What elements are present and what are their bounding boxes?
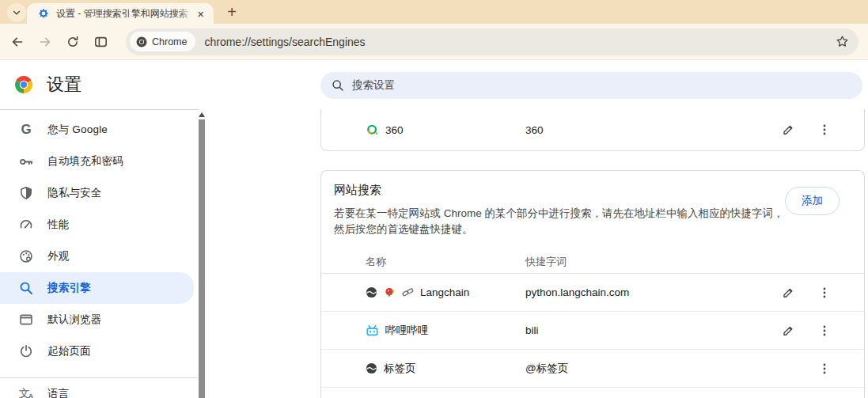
engine-shortcut: 360	[525, 124, 761, 136]
edit-button[interactable]	[779, 120, 798, 139]
tab-search-button[interactable]	[7, 3, 26, 22]
table-row: Langchain python.langchain.com	[321, 274, 864, 312]
parrot-icon	[384, 286, 396, 298]
power-icon	[18, 343, 34, 359]
pencil-icon	[782, 123, 794, 136]
sidebar-item-startup[interactable]: 起始页面	[0, 335, 198, 367]
edit-button[interactable]	[779, 283, 798, 302]
engine-name: 360	[385, 124, 404, 136]
settings-search-input[interactable]: 搜索设置	[320, 72, 862, 99]
sidebar-item-languages[interactable]: 文A 语言	[0, 378, 198, 398]
new-tab-button[interactable]: +	[222, 2, 242, 23]
site-name: 标签页	[384, 362, 416, 376]
back-arrow-icon	[11, 36, 24, 48]
column-shortcut: 快捷字词	[525, 255, 761, 269]
settings-header: 设置 搜索设置	[0, 60, 868, 109]
more-actions-button[interactable]	[815, 359, 834, 378]
engine-row-360: 360 360	[321, 109, 864, 150]
site-search-card: 网站搜索 若要在某一特定网站或 Chrome 的某个部分中进行搜索，请先在地址栏…	[320, 170, 865, 398]
sidebar-item-performance[interactable]: 性能	[0, 209, 198, 241]
table-row: 哔哩哔哩 bili	[321, 312, 864, 350]
pencil-icon	[782, 324, 794, 337]
sidebar-item-search-engine[interactable]: 搜索引擎	[0, 272, 194, 304]
globe-icon	[366, 362, 377, 374]
reload-button[interactable]	[60, 29, 85, 55]
back-button[interactable]	[5, 29, 30, 55]
edit-placeholder	[779, 359, 798, 378]
palette-icon	[18, 248, 34, 264]
globe-icon	[366, 286, 377, 298]
tab-strip: 设置 - 管理搜索引擎和网站搜索 × +	[0, 0, 868, 24]
site-shortcut: bili	[525, 324, 761, 336]
search-engines-card: 360 360	[320, 109, 865, 151]
sidebar-scrollbar[interactable]	[198, 109, 207, 398]
chain-icon	[402, 286, 414, 298]
google-g-icon: G	[18, 122, 34, 138]
bookmark-star-icon[interactable]	[836, 35, 849, 48]
bilibili-icon	[366, 324, 379, 337]
gear-icon	[38, 8, 49, 19]
more-actions-button[interactable]	[815, 321, 834, 340]
column-name: 名称	[366, 255, 525, 269]
sidebar-item-autofill[interactable]: 自动填充和密码	[0, 146, 198, 177]
kebab-menu-icon	[818, 362, 831, 375]
search-placeholder: 搜索设置	[352, 78, 395, 93]
section-description: 若要在某一特定网站或 Chrome 的某个部分中进行搜索，请先在地址栏中输入相应…	[334, 206, 789, 237]
sidebar-item-privacy[interactable]: 隐私与安全	[0, 177, 198, 209]
site-shortcut: python.langchain.com	[525, 286, 761, 298]
more-actions-button[interactable]	[815, 120, 834, 139]
page-title: 设置	[47, 73, 81, 97]
sidebar-item-you-and-google[interactable]: G 您与 Google	[0, 114, 198, 146]
kebab-menu-icon	[818, 286, 831, 299]
kebab-menu-icon	[818, 123, 831, 136]
side-panel-button[interactable]	[88, 29, 113, 55]
forward-button[interactable]	[32, 29, 58, 55]
chrome-chip[interactable]: Chrome	[130, 32, 195, 51]
browser-toolbar: Chrome chrome://settings/searchEngines	[0, 24, 868, 60]
kebab-menu-icon	[818, 324, 831, 337]
table-header: 名称 快捷字词	[321, 250, 864, 274]
forward-arrow-icon	[39, 36, 51, 48]
content-area: G 您与 Google 自动填充和密码 隐私与安全 性能 外观	[0, 109, 868, 398]
scrollbar-thumb[interactable]	[199, 119, 205, 398]
pencil-icon	[782, 286, 794, 299]
sidebar: G 您与 Google 自动填充和密码 隐私与安全 性能 外观	[0, 109, 198, 398]
search-engine-icon	[18, 280, 34, 296]
url-text[interactable]: chrome://settings/searchEngines	[204, 36, 836, 48]
reload-icon	[66, 36, 79, 48]
chevron-down-icon	[12, 8, 21, 17]
sidebar-item-appearance[interactable]: 外观	[0, 241, 198, 272]
site-shortcut: @标签页	[525, 362, 761, 376]
scrollbar-up-arrow-icon[interactable]	[199, 112, 205, 117]
shield-icon	[18, 185, 34, 201]
split-view-icon	[94, 36, 108, 48]
speedometer-icon	[18, 217, 34, 233]
edit-button[interactable]	[779, 321, 798, 340]
tab-title: 设置 - 管理搜索引擎和网站搜索	[56, 7, 194, 21]
site-name: Langchain	[420, 286, 469, 298]
search-icon	[332, 79, 344, 92]
chrome-mono-icon	[136, 36, 147, 47]
browser-window-icon	[18, 312, 34, 328]
table-row: 标签页 @标签页	[321, 350, 864, 388]
site-name: 哔哩哔哩	[385, 324, 428, 338]
sidebar-item-default-browser[interactable]: 默认浏览器	[0, 304, 198, 335]
add-button[interactable]: 添加	[785, 187, 840, 215]
main-panel: 360 360 网站搜索 若要在某一特定网站或 Chrome 的某个部分中进行搜…	[207, 109, 868, 398]
more-actions-button[interactable]	[815, 283, 834, 302]
key-icon	[18, 154, 34, 169]
omnibox[interactable]: Chrome chrome://settings/searchEngines	[126, 28, 859, 55]
section-title: 网站搜索	[334, 183, 851, 198]
tab-close-icon[interactable]: ×	[194, 7, 207, 21]
chrome-logo-icon	[14, 75, 33, 94]
chip-label: Chrome	[152, 36, 187, 47]
360-icon	[366, 123, 379, 137]
active-tab[interactable]: 设置 - 管理搜索引擎和网站搜索 ×	[27, 3, 214, 24]
translate-icon: 文A	[18, 386, 34, 398]
